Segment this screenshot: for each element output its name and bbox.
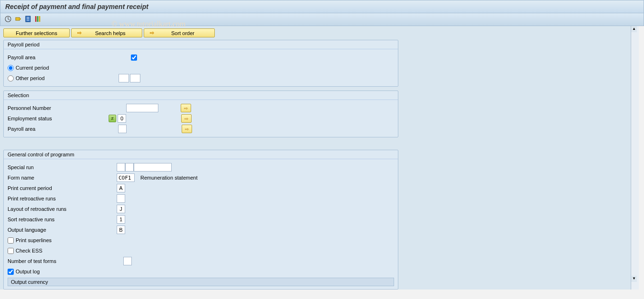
sort-retro-label: Sort retroactive runs <box>8 217 117 222</box>
output-log-label: Output log <box>16 269 40 274</box>
variant-icon[interactable] <box>24 15 32 24</box>
employment-status-label: Employment status <box>8 116 109 121</box>
execute-icon[interactable] <box>4 15 12 24</box>
payroll-period-title: Payroll period <box>4 40 398 49</box>
selection-group: Selection Personnel Number ⇨ Employment … <box>3 91 398 137</box>
svg-rect-6 <box>35 16 37 22</box>
other-period-label: Other period <box>16 75 45 81</box>
print-superlines-checkbox[interactable] <box>8 237 14 244</box>
other-period-radio[interactable]: Other period <box>8 75 119 82</box>
payroll-area-more-button[interactable]: ⇨ <box>182 125 192 133</box>
payroll-area-checkbox[interactable] <box>131 54 137 61</box>
arrow-right-icon: ⇨ <box>77 30 82 36</box>
payroll-period-group: Payroll period Payroll area Current peri… <box>3 40 398 87</box>
employment-status-more-button[interactable]: ⇨ <box>181 114 192 123</box>
other-period-input-2[interactable] <box>130 74 140 82</box>
form-name-input[interactable] <box>117 173 135 182</box>
personnel-number-input[interactable] <box>126 104 158 112</box>
search-helps-button[interactable]: ⇨ Search helps <box>71 28 142 37</box>
search-helps-label: Search helps <box>84 30 136 36</box>
svg-rect-8 <box>39 16 40 22</box>
num-test-input[interactable] <box>123 257 132 265</box>
scroll-down-icon[interactable]: ▼ <box>631 276 637 282</box>
svg-rect-3 <box>27 17 29 18</box>
current-period-label: Current period <box>16 65 49 71</box>
num-test-label: Number of test forms <box>8 258 123 264</box>
special-run-label: Special run <box>8 164 117 170</box>
not-equal-icon[interactable]: ≠ <box>109 115 116 122</box>
main-form: Further selections ⇨ Search helps ⇨ Sort… <box>0 26 631 290</box>
personnel-number-more-button[interactable]: ⇨ <box>181 104 191 112</box>
selection-title: Selection <box>4 91 398 100</box>
output-currency-header: Output currency <box>8 278 394 286</box>
personnel-number-label: Personnel Number <box>8 105 126 111</box>
dynamic-selections-icon[interactable] <box>34 15 42 24</box>
print-current-input[interactable] <box>117 184 125 192</box>
application-toolbar <box>0 13 644 26</box>
payroll-area-sel-input[interactable] <box>118 125 127 133</box>
check-ess-checkbox[interactable] <box>8 248 14 254</box>
general-control-title: General control of programm <box>4 150 398 159</box>
svg-rect-5 <box>27 20 29 20</box>
further-selections-button[interactable]: Further selections <box>3 28 70 37</box>
sort-retro-input[interactable] <box>117 215 125 224</box>
vertical-scrollbar[interactable]: ▲ ▼ <box>631 26 639 290</box>
check-ess-label: Check ESS <box>16 248 42 254</box>
print-current-label: Print current period <box>8 185 117 191</box>
arrow-right-icon: ⇨ <box>150 30 154 36</box>
scroll-up-icon[interactable]: ▲ <box>631 26 637 32</box>
form-name-description: Remuneration statement <box>140 175 197 181</box>
other-period-input-1[interactable] <box>119 74 129 82</box>
svg-rect-7 <box>37 16 38 22</box>
output-lang-input[interactable] <box>117 226 125 234</box>
layout-retro-label: Layout of retroactive runs <box>8 206 117 212</box>
payroll-area-label: Payroll area <box>8 54 117 60</box>
svg-rect-1 <box>16 18 19 20</box>
special-run-input-2[interactable] <box>125 163 134 172</box>
employment-status-input[interactable] <box>118 114 126 123</box>
current-period-radio[interactable]: Current period <box>8 65 49 71</box>
print-retro-input[interactable] <box>117 194 125 203</box>
print-superlines-label: Print superlines <box>16 237 52 243</box>
form-name-label: Form name <box>8 175 117 181</box>
sort-order-label: Sort order <box>157 30 209 36</box>
general-control-group: General control of programm Special run … <box>3 150 398 290</box>
output-lang-label: Output language <box>8 227 117 233</box>
execute-print-icon[interactable] <box>14 15 22 24</box>
special-run-input-1[interactable] <box>117 163 125 172</box>
payroll-area-sel-label: Payroll area <box>8 126 118 132</box>
print-retro-label: Print retroactive runs <box>8 196 117 201</box>
output-log-checkbox[interactable] <box>8 269 14 275</box>
svg-rect-4 <box>27 18 29 19</box>
sort-order-button[interactable]: ⇨ Sort order <box>144 28 215 37</box>
layout-retro-input[interactable] <box>117 205 125 213</box>
special-run-input-3[interactable] <box>134 163 172 172</box>
page-title: Receipt of payment and final payment rec… <box>0 0 644 13</box>
